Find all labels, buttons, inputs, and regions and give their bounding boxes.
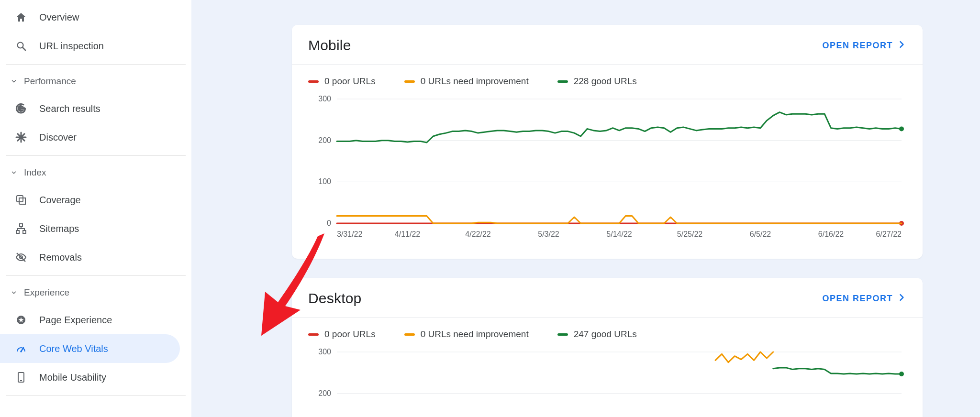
y-tick-label: 200 <box>318 389 331 397</box>
x-tick-label: 4/22/22 <box>465 230 490 238</box>
card-header: MobileOPEN REPORT <box>292 25 923 65</box>
sitemap-icon <box>14 222 28 235</box>
legend-item[interactable]: 228 good URLs <box>557 76 637 87</box>
open-report-button[interactable]: OPEN REPORT <box>822 40 906 52</box>
legend-item[interactable]: 247 good URLs <box>557 329 637 340</box>
nav-item-label: Removals <box>39 252 82 263</box>
x-tick-label: 5/3/22 <box>538 230 559 238</box>
nav-item-label: Overview <box>39 12 79 23</box>
x-tick-label: 3/31/22 <box>337 230 362 238</box>
legend-label: 0 URLs need improvement <box>421 76 529 87</box>
nav-divider <box>6 64 186 65</box>
nav-item-discover[interactable]: Discover <box>0 123 191 152</box>
nav-item-label: Search results <box>39 103 100 114</box>
legend-swatch <box>404 80 415 83</box>
nav-item-sitemaps[interactable]: Sitemaps <box>0 214 191 243</box>
legend-swatch <box>308 80 319 83</box>
nav-item-coverage[interactable]: Coverage <box>0 186 191 214</box>
layers-icon <box>14 193 28 207</box>
legend-swatch <box>308 333 319 336</box>
series-need_improvement <box>337 216 902 223</box>
legend-item[interactable]: 0 URLs need improvement <box>404 76 529 87</box>
x-tick-label: 6/5/22 <box>750 230 771 238</box>
nav-item-mobile-usability[interactable]: Mobile Usability <box>0 363 191 392</box>
x-tick-label: 4/11/22 <box>395 230 420 238</box>
series-end-dot <box>899 372 904 376</box>
x-tick-label: 6/27/22 <box>876 230 902 238</box>
card-title: Desktop <box>308 290 361 307</box>
series-good <box>337 112 902 143</box>
legend-item[interactable]: 0 poor URLs <box>308 76 376 87</box>
open-report-label: OPEN REPORT <box>822 41 893 51</box>
phone-icon <box>14 371 28 384</box>
series-end-dot <box>899 126 904 131</box>
legend-item[interactable]: 0 URLs need improvement <box>404 329 529 340</box>
nav-item-removals[interactable]: Removals <box>0 243 191 272</box>
legend-label: 0 poor URLs <box>324 329 376 340</box>
nav-section-label: Experience <box>24 287 69 298</box>
nav-item-overview[interactable]: Overview <box>0 3 191 32</box>
home-icon <box>14 11 28 24</box>
nav-item-core-web-vitals[interactable]: Core Web Vitals <box>0 334 180 363</box>
nav-item-search-results[interactable]: Search results <box>0 94 191 123</box>
card-desktop: DesktopOPEN REPORT0 poor URLs0 URLs need… <box>292 278 923 417</box>
chart-legend: 0 poor URLs0 URLs need improvement228 go… <box>292 65 923 89</box>
series-good <box>773 368 902 374</box>
y-tick-label: 100 <box>318 177 331 186</box>
main-content: MobileOPEN REPORT0 poor URLs0 URLs need … <box>191 0 980 417</box>
nav-item-label: Coverage <box>39 195 81 206</box>
nav-divider <box>6 275 186 276</box>
asterisk-icon <box>14 131 28 144</box>
nav-section-index-section[interactable]: Index <box>0 160 191 186</box>
nav-section-performance-section[interactable]: Performance <box>0 68 191 94</box>
x-tick-label: 6/16/22 <box>818 230 844 238</box>
legend-label: 0 poor URLs <box>324 76 376 87</box>
nav-item-url-inspection[interactable]: URL inspection <box>0 32 191 60</box>
chevron-right-icon <box>897 293 906 305</box>
eye-off-icon <box>14 251 28 264</box>
legend-label: 0 URLs need improvement <box>421 329 529 340</box>
legend-label: 247 good URLs <box>574 329 637 340</box>
x-tick-label: 5/14/22 <box>606 230 632 238</box>
search-icon <box>14 39 28 53</box>
x-tick-label: 5/25/22 <box>677 230 702 238</box>
y-tick-label: 300 <box>318 348 331 356</box>
nav-item-label: URL inspection <box>39 41 104 52</box>
chart-svg: 01002003003/31/224/11/224/22/225/3/225/1… <box>308 94 906 242</box>
legend-item[interactable]: 0 poor URLs <box>308 329 376 340</box>
badge-icon <box>14 313 28 327</box>
sidebar: OverviewURL inspectionPerformanceSearch … <box>0 0 191 417</box>
nav-divider <box>6 395 186 396</box>
nav-section-label: Index <box>24 167 46 178</box>
chart: 01002003003/31/224/11/224/22/225/3/225/1… <box>292 89 923 259</box>
gauge-icon <box>14 342 28 355</box>
open-report-label: OPEN REPORT <box>822 294 893 304</box>
y-tick-label: 200 <box>318 136 331 144</box>
nav-item-label: Discover <box>39 132 77 143</box>
chart: 01002003003/31/224/11/224/22/225/3/225/1… <box>292 342 923 417</box>
y-tick-label: 300 <box>318 95 331 103</box>
caret-down-icon <box>10 77 18 86</box>
legend-swatch <box>557 333 568 336</box>
nav-divider <box>6 155 186 156</box>
series-need_improvement <box>715 352 773 362</box>
nav-item-label: Mobile Usability <box>39 372 106 383</box>
legend-swatch <box>557 80 568 83</box>
nav-item-label: Sitemaps <box>39 223 79 234</box>
chevron-right-icon <box>897 40 906 52</box>
legend-label: 228 good URLs <box>574 76 637 87</box>
card-mobile: MobileOPEN REPORT0 poor URLs0 URLs need … <box>292 25 923 259</box>
nav-item-label: Core Web Vitals <box>39 343 108 354</box>
g-icon <box>14 102 28 115</box>
legend-swatch <box>404 333 415 336</box>
caret-down-icon <box>10 288 18 297</box>
y-tick-label: 0 <box>327 219 331 227</box>
open-report-button[interactable]: OPEN REPORT <box>822 293 906 305</box>
nav-item-label: Page Experience <box>39 315 112 326</box>
nav-section-experience-section[interactable]: Experience <box>0 280 191 306</box>
caret-down-icon <box>10 168 18 177</box>
nav-item-page-experience[interactable]: Page Experience <box>0 306 191 334</box>
card-header: DesktopOPEN REPORT <box>292 278 923 318</box>
chart-svg: 01002003003/31/224/11/224/22/225/3/225/1… <box>308 347 906 417</box>
chart-legend: 0 poor URLs0 URLs need improvement247 go… <box>292 318 923 342</box>
